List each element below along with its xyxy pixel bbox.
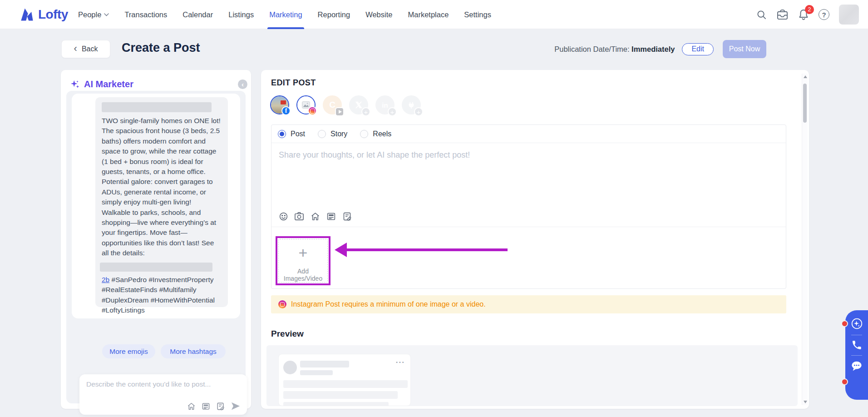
chat-bubble-icon[interactable]: [851, 361, 863, 372]
notes-icon[interactable]: [216, 402, 225, 411]
instagram-warning-text: Instagram Post requires a minimum of one…: [291, 300, 486, 308]
back-button[interactable]: ‹ Back: [61, 40, 110, 58]
compose-toolbar: [277, 210, 353, 222]
send-icon[interactable]: [231, 402, 241, 411]
notifications-bell-icon[interactable]: 2: [798, 9, 809, 20]
add-account-badge-icon: +: [414, 107, 423, 116]
nav-item-reporting[interactable]: Reporting: [318, 0, 350, 29]
lofty-logo-icon: [19, 7, 35, 22]
more-hashtags-button[interactable]: More hashtags: [161, 344, 226, 358]
more-emojis-button[interactable]: More emojis: [102, 344, 155, 358]
lofty-logo[interactable]: Lofty: [19, 0, 68, 29]
user-avatar[interactable]: [839, 5, 859, 25]
nav-item-marketplace[interactable]: Marketplace: [408, 0, 449, 29]
linkedin-account-icon[interactable]: in +: [375, 95, 395, 114]
social-accounts-row: f C + in +: [270, 95, 421, 114]
ai-chat-history: TWO single-family homes on ONE lot! The …: [72, 94, 240, 318]
redacted-text-block: [102, 102, 212, 112]
ai-message-text: TWO single-family homes on ONE lot! The …: [102, 116, 222, 258]
create-a-post-page: Lofty People Transactions Calendar Listi…: [0, 0, 868, 417]
radio-selected-icon[interactable]: [278, 130, 286, 138]
divider: [851, 335, 862, 335]
scrollbar-down-arrow-icon[interactable]: [804, 401, 807, 403]
radio-icon[interactable]: [318, 130, 326, 138]
nav-item-transactions[interactable]: Transactions: [124, 0, 167, 29]
home-icon[interactable]: [309, 210, 321, 222]
listing-card-icon[interactable]: [325, 210, 337, 222]
google-business-account-icon[interactable]: +: [402, 95, 421, 114]
notification-dot: [841, 378, 848, 385]
scrollbar-thumb[interactable]: [803, 84, 807, 123]
preview-menu-dots[interactable]: ...: [396, 356, 405, 365]
emoji-icon[interactable]: [277, 210, 289, 222]
compose-box: Post Story Reels: [271, 124, 786, 289]
notification-count-badge: 2: [805, 5, 814, 14]
notes-icon[interactable]: [341, 210, 353, 222]
ai-prompt-input[interactable]: [82, 376, 244, 397]
plus-icon: +: [279, 245, 327, 260]
chevron-left-icon: ‹: [242, 80, 244, 88]
listing-link[interactable]: 2b: [102, 276, 109, 283]
preview-time-placeholder: [300, 370, 333, 375]
brand-name: Lofty: [38, 7, 68, 22]
phone-icon[interactable]: [852, 340, 862, 350]
instagram-account-icon[interactable]: [296, 95, 316, 114]
listing-card-icon[interactable]: [202, 402, 210, 411]
redacted-link-block: [100, 263, 212, 272]
preview-title: Preview: [271, 329, 304, 339]
chevron-left-icon: ‹: [74, 44, 77, 54]
nav-item-calendar[interactable]: Calendar: [182, 0, 213, 29]
edit-schedule-button[interactable]: Edit: [682, 43, 714, 55]
youtube-badge-icon: [335, 107, 344, 116]
chevron-down-icon: [104, 13, 109, 16]
instagram-warning-icon: [278, 300, 286, 308]
radio-icon[interactable]: [360, 130, 368, 138]
scrollbar[interactable]: [802, 74, 808, 405]
collapse-panel-button[interactable]: ‹: [238, 79, 247, 89]
post-type-post[interactable]: Post: [278, 130, 305, 138]
ai-prompt-toolbar: [187, 402, 241, 411]
ai-assistant-icon[interactable]: [851, 318, 863, 330]
youtube-account-icon[interactable]: C: [323, 95, 342, 114]
publication-info: Publication Date/Time: Immediately Edit: [554, 40, 714, 58]
inbox-icon[interactable]: [776, 9, 789, 20]
top-nav-bar: Lofty People Transactions Calendar Listi…: [0, 0, 868, 29]
facebook-badge-icon: f: [281, 106, 291, 115]
nav-utilities: 2 ?: [756, 0, 859, 29]
ai-marketer-header: AI Marketer: [70, 79, 133, 89]
home-icon[interactable]: [187, 402, 196, 411]
scrollbar-up-arrow-icon[interactable]: [804, 75, 807, 78]
publication-label: Publication Date/Time:: [554, 45, 629, 53]
divider: [271, 227, 786, 227]
instagram-badge-icon: [308, 106, 317, 115]
add-images-video-label: Add Images/Video: [279, 268, 327, 282]
annotation-arrow-head: [335, 243, 347, 257]
preview-text-line: [283, 402, 389, 406]
nav-item-marketing[interactable]: Marketing: [269, 0, 302, 29]
ai-marketer-panel: AI Marketer ‹ TWO single-family homes on…: [61, 70, 251, 409]
nav-item-people[interactable]: People: [78, 0, 109, 29]
ai-message-hashtags: 2b #SanPedro #InvestmentProperty #RealEs…: [102, 275, 222, 316]
post-content-input[interactable]: [274, 146, 783, 208]
post-type-story[interactable]: Story: [318, 130, 347, 138]
nav-item-settings[interactable]: Settings: [464, 0, 491, 29]
instagram-warning-bar: Instagram Post requires a minimum of one…: [271, 295, 786, 313]
divider: [851, 355, 862, 356]
main-nav: People Transactions Calendar Listings Ma…: [78, 0, 491, 29]
post-now-button[interactable]: Post Now: [723, 40, 766, 58]
post-type-reels[interactable]: Reels: [360, 130, 391, 138]
add-images-video-button[interactable]: + Add Images/Video: [278, 239, 328, 283]
facebook-account-icon[interactable]: f: [270, 95, 289, 114]
nav-item-website[interactable]: Website: [365, 0, 392, 29]
x-twitter-account-icon[interactable]: +: [349, 95, 368, 114]
preview-text-line: [283, 380, 408, 388]
publication-value: Immediately: [631, 45, 675, 53]
preview-text-line: [283, 391, 398, 399]
ai-marketer-title: AI Marketer: [84, 79, 133, 89]
camera-icon[interactable]: [293, 210, 305, 222]
annotation-arrow-line: [346, 248, 508, 251]
help-icon[interactable]: ?: [819, 9, 829, 20]
search-icon[interactable]: [756, 10, 767, 20]
nav-item-listings[interactable]: Listings: [228, 0, 254, 29]
sparkle-icon: [70, 79, 80, 89]
